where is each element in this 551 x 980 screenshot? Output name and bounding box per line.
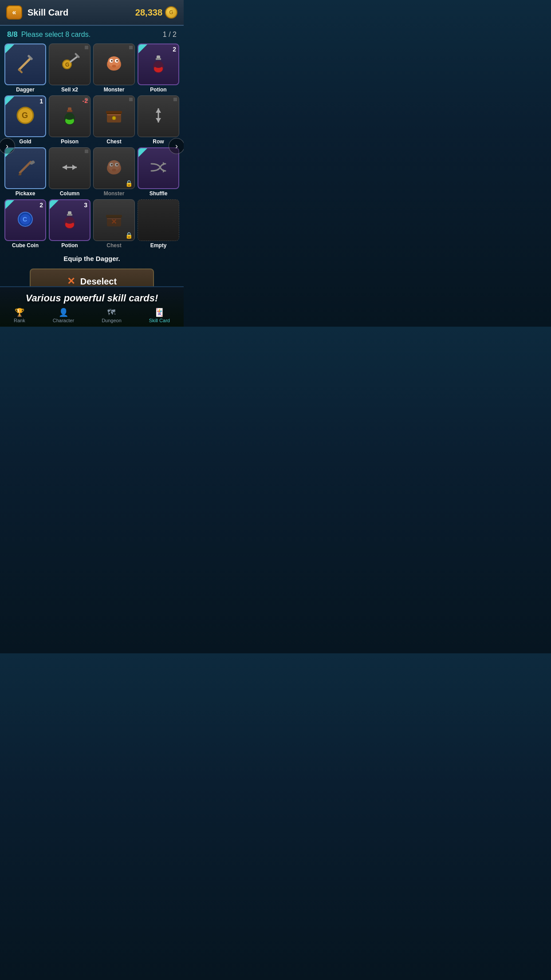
card-dagger[interactable] [4, 43, 46, 85]
card-label-chest1: Chest [93, 138, 135, 145]
card-icon-monster1 [102, 52, 126, 77]
svg-point-18 [154, 63, 163, 68]
currency-amount: 28,338 [135, 8, 162, 18]
card-icon-row [147, 104, 170, 129]
card-cube-coin[interactable]: 2 C [4, 199, 46, 241]
card-label-monster1: Monster [93, 87, 135, 93]
svg-rect-22 [67, 110, 72, 112]
card-monster2[interactable]: 🔒 [93, 147, 135, 189]
card-label-potion2: Potion [49, 242, 91, 249]
cards-section: › › Dagger G Sell x2 Monster2 Potion1 [0, 42, 184, 250]
card-label-poison: Poison [49, 138, 91, 145]
card-wrapper-chest1: Chest [93, 95, 135, 145]
card-label-potion1: Potion [138, 87, 179, 93]
card-wrapper-cube-coin: 2 C Cube Coin [4, 199, 46, 249]
card-label-column: Column [49, 190, 91, 197]
svg-marker-36 [63, 165, 67, 170]
pagination: 1 / 2 [163, 31, 177, 39]
card-label-monster2: Monster [93, 190, 135, 197]
card-wrapper-gold: 1 G Gold [4, 95, 46, 145]
svg-rect-15 [156, 58, 161, 60]
card-icon-sell-x2: G [58, 52, 81, 77]
back-button[interactable]: « [6, 5, 22, 20]
svg-marker-37 [72, 165, 77, 170]
card-icon-column [58, 156, 81, 181]
card-poison[interactable]: -2 [49, 95, 91, 137]
card-potion1[interactable]: 2 [138, 43, 179, 85]
card-column[interactable] [49, 147, 91, 189]
card-potion2[interactable]: 3 [49, 199, 91, 241]
card-wrapper-row: Row [138, 95, 179, 145]
card-indicator [129, 46, 133, 49]
card-wrapper-column: Column [49, 147, 91, 197]
card-wrapper-monster1: Monster [93, 43, 135, 93]
card-icon-gold: G [14, 104, 37, 129]
svg-marker-45 [163, 169, 165, 173]
card-icon-potion2 [58, 208, 81, 233]
deselect-x-icon: ✕ [67, 276, 75, 287]
svg-marker-33 [156, 118, 161, 122]
card-badge: 2 [39, 202, 43, 209]
card-wrapper-pickaxe: Pickaxe [4, 147, 46, 197]
svg-point-13 [112, 65, 116, 67]
selected-indicator [5, 200, 14, 209]
svg-point-54 [65, 218, 74, 224]
rank-icon: 🏆 [14, 308, 25, 317]
bottom-nav-dungeon[interactable]: 🗺Dungeon [102, 308, 122, 323]
card-empty[interactable] [138, 199, 179, 241]
card-count: 8/8 Please select 8 cards. [7, 30, 91, 39]
card-info-bar: 8/8 Please select 8 cards. 1 / 2 [0, 26, 184, 42]
card-monster1[interactable] [93, 43, 135, 85]
card-icon-potion1 [147, 52, 170, 77]
card-sell-x2[interactable]: G [49, 43, 91, 85]
card-icon-chest1 [102, 104, 126, 129]
card-label-dagger: Dagger [4, 87, 46, 93]
card-icon-shuffle [147, 156, 170, 181]
banner-text: Various powerful skill cards! [0, 291, 184, 305]
card-wrapper-potion2: 3 Potion [49, 199, 91, 249]
svg-point-11 [111, 60, 113, 62]
card-chest1[interactable] [93, 95, 135, 137]
svg-point-43 [116, 164, 118, 166]
bottom-nav-skill-card[interactable]: 🃏Skill Card [149, 308, 170, 323]
svg-point-25 [65, 115, 74, 120]
card-row[interactable] [138, 95, 179, 137]
bottom-nav-rank[interactable]: 🏆Rank [14, 308, 25, 323]
svg-text:G: G [65, 62, 69, 68]
dungeon-icon: 🗺 [102, 308, 122, 317]
card-pickaxe[interactable] [4, 147, 46, 189]
card-wrapper-chest2: ✕ 🔒Chest [93, 199, 135, 249]
card-label-cube-coin: Cube Coin [4, 242, 46, 249]
card-label-chest2: Chest [93, 242, 135, 249]
card-gold[interactable]: 1 G [4, 95, 46, 137]
bottom-nav-character[interactable]: 👤Character [53, 308, 74, 323]
svg-text:C: C [23, 216, 27, 223]
card-indicator [173, 98, 177, 101]
page-title: Skill Card [28, 8, 135, 18]
card-icon-cube-coin: C [14, 208, 37, 233]
svg-text:G: G [22, 111, 28, 120]
svg-point-12 [116, 60, 118, 62]
card-wrapper-poison: -2 Poison [49, 95, 91, 145]
card-wrapper-shuffle: Shuffle [138, 147, 179, 197]
card-icon-monster2 [102, 156, 126, 181]
card-icon-pickaxe [14, 156, 37, 181]
card-badge: 3 [84, 202, 87, 209]
card-label-pickaxe: Pickaxe [4, 190, 46, 197]
card-icon-chest2: ✕ [102, 208, 126, 233]
equip-info: Equip the Dagger. [0, 250, 184, 266]
card-shuffle[interactable] [138, 147, 179, 189]
svg-line-34 [20, 162, 31, 173]
lock-icon: 🔒 [125, 180, 133, 187]
currency-display: 28,338 G [135, 6, 177, 19]
selected-indicator [138, 44, 147, 53]
svg-line-0 [19, 58, 31, 70]
svg-point-44 [112, 169, 116, 171]
card-wrapper-potion1: 2 Potion [138, 43, 179, 93]
nav-right-arrow[interactable]: › [169, 138, 184, 154]
skill-card-icon: 🃏 [149, 308, 170, 317]
svg-marker-32 [156, 108, 161, 113]
card-indicator [85, 46, 88, 49]
bottom-banner: Various powerful skill cards! 🏆Rank👤Char… [0, 286, 184, 327]
card-chest2[interactable]: ✕ 🔒 [93, 199, 135, 241]
